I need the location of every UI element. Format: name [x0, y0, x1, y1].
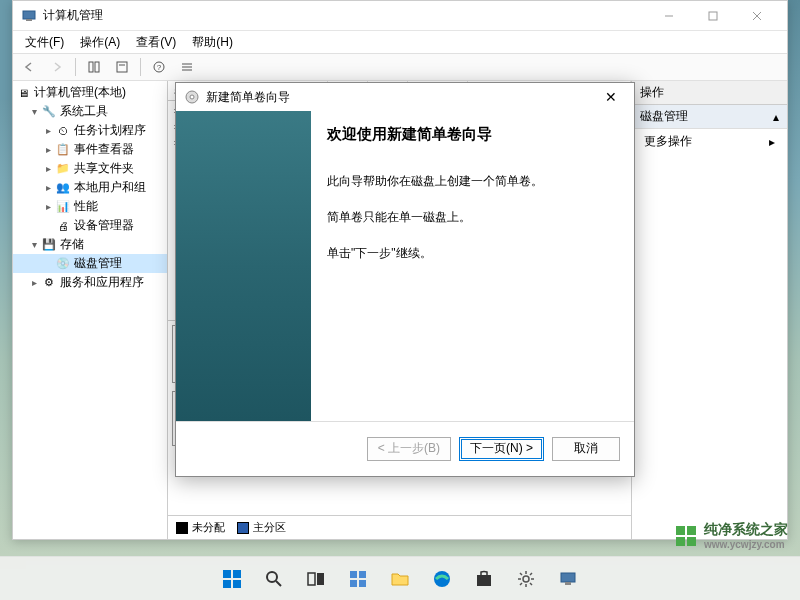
svg-rect-20 [687, 537, 696, 546]
tree-disk-management[interactable]: 💿 磁盘管理 [13, 254, 167, 273]
legend-primary: 主分区 [237, 520, 286, 535]
back-icon[interactable] [17, 56, 41, 78]
edge-icon[interactable] [423, 560, 461, 598]
actions-more[interactable]: 更多操作 ▸ [632, 129, 787, 154]
menu-help[interactable]: 帮助(H) [184, 32, 241, 53]
new-simple-volume-wizard: 新建简单卷向导 ✕ 欢迎使用新建简单卷向导 此向导帮助你在磁盘上创建一个简单卷。… [175, 82, 635, 477]
next-button[interactable]: 下一页(N) > [459, 437, 544, 461]
store-icon[interactable] [465, 560, 503, 598]
wizard-text-2: 简单卷只能在单一磁盘上。 [327, 208, 618, 226]
cancel-button[interactable]: 取消 [552, 437, 620, 461]
collapse-icon[interactable]: ▾ [27, 239, 41, 250]
chevron-up-icon: ▴ [773, 110, 779, 124]
list-icon[interactable] [175, 56, 199, 78]
tree-shared-folders[interactable]: ▸ 📁 共享文件夹 [13, 159, 167, 178]
toolbar: ? [13, 53, 787, 81]
menu-file[interactable]: 文件(F) [17, 32, 72, 53]
svg-rect-34 [477, 575, 491, 586]
folder-icon: 📁 [55, 161, 71, 177]
maximize-button[interactable] [691, 2, 735, 30]
svg-rect-27 [308, 573, 315, 585]
expand-icon[interactable]: ▸ [41, 201, 55, 212]
actions-header: 操作 [632, 81, 787, 105]
svg-point-35 [523, 576, 529, 582]
svg-rect-24 [233, 580, 241, 588]
computer-icon: 🖥 [15, 85, 31, 101]
perf-icon: 📊 [55, 199, 71, 215]
tree-storage[interactable]: ▾ 💾 存储 [13, 235, 167, 254]
svg-rect-31 [350, 580, 357, 587]
expand-icon[interactable]: ▸ [27, 277, 41, 288]
tree-services[interactable]: ▸ ⚙ 服务和应用程序 [13, 273, 167, 292]
forward-icon[interactable] [45, 56, 69, 78]
device-icon: 🖨 [55, 218, 71, 234]
svg-rect-36 [561, 573, 575, 582]
svg-rect-37 [565, 582, 571, 585]
svg-rect-17 [676, 526, 685, 535]
settings-icon[interactable] [507, 560, 545, 598]
svg-rect-0 [23, 11, 35, 19]
back-button: < 上一步(B) [367, 437, 451, 461]
disk-icon [184, 89, 200, 105]
wizard-footer: < 上一步(B) 下一页(N) > 取消 [176, 421, 634, 475]
svg-rect-23 [223, 580, 231, 588]
clock-icon: ⏲ [55, 123, 71, 139]
widgets-icon[interactable] [339, 560, 377, 598]
minimize-button[interactable] [647, 2, 691, 30]
legend: 未分配 主分区 [168, 515, 631, 539]
chevron-right-icon: ▸ [769, 135, 775, 149]
users-icon: 👥 [55, 180, 71, 196]
svg-rect-7 [95, 62, 99, 72]
svg-rect-3 [709, 12, 717, 20]
collapse-icon[interactable]: ▾ [27, 106, 41, 117]
expand-icon[interactable]: ▸ [41, 182, 55, 193]
wizard-heading: 欢迎使用新建简单卷向导 [327, 125, 618, 144]
menu-action[interactable]: 操作(A) [72, 32, 128, 53]
tree-performance[interactable]: ▸ 📊 性能 [13, 197, 167, 216]
tree-system-tools[interactable]: ▾ 🔧 系统工具 [13, 102, 167, 121]
tree-event-viewer[interactable]: ▸ 📋 事件查看器 [13, 140, 167, 159]
start-button[interactable] [213, 560, 251, 598]
svg-point-16 [190, 95, 194, 99]
menu-view[interactable]: 查看(V) [128, 32, 184, 53]
svg-rect-6 [89, 62, 93, 72]
svg-rect-1 [26, 19, 32, 21]
legend-unallocated: 未分配 [176, 520, 225, 535]
taskbar [0, 556, 800, 600]
svg-rect-29 [350, 571, 357, 578]
svg-point-25 [267, 572, 277, 582]
properties-icon[interactable] [110, 56, 134, 78]
svg-rect-21 [223, 570, 231, 578]
wizard-content: 欢迎使用新建简单卷向导 此向导帮助你在磁盘上创建一个简单卷。 简单卷只能在单一磁… [311, 111, 634, 421]
tree-panel: 🖥 计算机管理(本地) ▾ 🔧 系统工具 ▸ ⏲ 任务计划程序 ▸ 📋 事件查看… [13, 81, 168, 539]
tree-local-users[interactable]: ▸ 👥 本地用户和组 [13, 178, 167, 197]
task-view-icon[interactable] [297, 560, 335, 598]
help-icon[interactable]: ? [147, 56, 171, 78]
explorer-icon[interactable] [381, 560, 419, 598]
svg-line-26 [276, 581, 281, 586]
refresh-icon[interactable] [82, 56, 106, 78]
tree-device-manager[interactable]: 🖨 设备管理器 [13, 216, 167, 235]
expand-icon[interactable]: ▸ [41, 144, 55, 155]
watermark-logo-icon [674, 524, 698, 548]
svg-rect-28 [317, 573, 324, 585]
expand-icon[interactable]: ▸ [41, 163, 55, 174]
app-icon [21, 8, 37, 24]
search-icon[interactable] [255, 560, 293, 598]
tree-root[interactable]: 🖥 计算机管理(本地) [13, 83, 167, 102]
titlebar: 计算机管理 [13, 1, 787, 31]
svg-rect-32 [359, 580, 366, 587]
menubar: 文件(F) 操作(A) 查看(V) 帮助(H) [13, 31, 787, 53]
services-icon: ⚙ [41, 275, 57, 291]
close-button[interactable] [735, 2, 779, 30]
wizard-text-1: 此向导帮助你在磁盘上创建一个简单卷。 [327, 172, 618, 190]
actions-section[interactable]: 磁盘管理 ▴ [632, 105, 787, 129]
close-button[interactable]: ✕ [596, 89, 626, 105]
tree-task-scheduler[interactable]: ▸ ⏲ 任务计划程序 [13, 121, 167, 140]
disk-icon: 💿 [55, 256, 71, 272]
svg-rect-22 [233, 570, 241, 578]
expand-icon[interactable]: ▸ [41, 125, 55, 136]
watermark: 纯净系统之家 www.ycwjzy.com [674, 521, 788, 550]
event-icon: 📋 [55, 142, 71, 158]
computer-management-taskbar-icon[interactable] [549, 560, 587, 598]
